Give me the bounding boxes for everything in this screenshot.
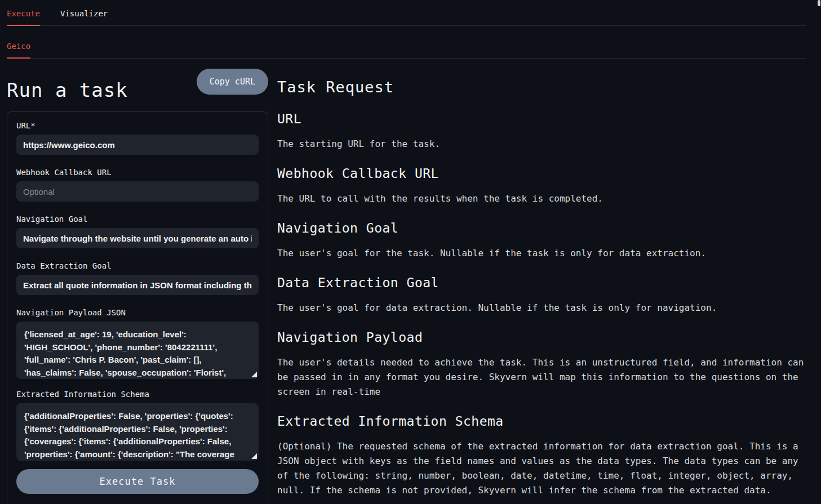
main-content: Run a task Copy cURL URL* Webhook Callba… (0, 59, 821, 504)
doc-heading: Navigation Payload (277, 329, 806, 346)
extracted-schema-wrap: {'additionalProperties': False, 'propert… (16, 403, 259, 461)
sub-tabbar: Geico (7, 26, 806, 59)
copy-curl-button[interactable]: Copy cURL (197, 69, 268, 95)
run-task-panel: Run a task Copy cURL URL* Webhook Callba… (7, 59, 268, 504)
doc-body: The user's details needed to achieve the… (277, 355, 806, 399)
doc-body: The starting URL for the task. (277, 137, 806, 151)
url-input[interactable] (16, 135, 259, 155)
doc-heading: Webhook Callback URL (277, 165, 806, 182)
resize-grip-icon[interactable] (251, 372, 257, 377)
doc-body: The URL to call with the results when th… (277, 191, 806, 206)
doc-heading: Data Extraction Goal (277, 274, 806, 291)
doc-section-navigation-payload: Navigation Payload The user's details ne… (277, 329, 806, 399)
navigation-payload-textarea[interactable]: {'licensed_at_age': 19, 'education_level… (16, 322, 259, 379)
navigation-goal-input[interactable] (16, 228, 259, 248)
doc-heading: Extracted Information Schema (277, 413, 806, 430)
navigation-payload-wrap: {'licensed_at_age': 19, 'education_level… (16, 322, 259, 379)
task-request-title: Task Request (277, 78, 806, 97)
run-task-header: Run a task Copy cURL (7, 59, 268, 102)
extracted-schema-field-group: Extracted Information Schema {'additiona… (16, 390, 259, 461)
tab-execute[interactable]: Execute (7, 9, 40, 25)
navigation-payload-field-group: Navigation Payload JSON {'licensed_at_ag… (16, 308, 259, 379)
doc-heading: Navigation Goal (277, 220, 806, 237)
doc-section-webhook: Webhook Callback URL The URL to call wit… (277, 165, 806, 206)
doc-body: (Optional) The requested schema of the e… (277, 439, 806, 498)
webhook-field-group: Webhook Callback URL (16, 168, 259, 202)
execute-task-button[interactable]: Execute Task (16, 469, 259, 494)
doc-body: The user's goal for data extraction. Nul… (277, 301, 806, 315)
data-extraction-goal-field-group: Data Extraction Goal (16, 261, 259, 295)
tab-visualizer[interactable]: Visualizer (60, 9, 108, 25)
url-field-label: URL* (16, 121, 259, 130)
doc-body: The user's goal for the task. Nullable i… (277, 246, 806, 261)
webhook-input[interactable] (16, 181, 259, 202)
webhook-field-label: Webhook Callback URL (16, 168, 259, 177)
extracted-schema-textarea[interactable]: {'additionalProperties': False, 'propert… (16, 403, 259, 461)
doc-section-navigation-goal: Navigation Goal The user's goal for the … (277, 220, 806, 261)
data-extraction-goal-input[interactable] (16, 275, 259, 295)
doc-heading: URL (277, 110, 806, 127)
page-title: Run a task (7, 78, 128, 102)
doc-section-data-extraction-goal: Data Extraction Goal The user's goal for… (277, 274, 806, 315)
resize-grip-icon[interactable] (251, 453, 257, 459)
main-tabbar: Execute Visualizer (7, 0, 806, 26)
scrollbar-thumb[interactable] (818, 0, 820, 6)
navigation-goal-label: Navigation Goal (16, 215, 259, 224)
doc-section-url: URL The starting URL for the task. (277, 110, 806, 151)
url-field-group: URL* (16, 121, 259, 155)
task-request-docs: Task Request URL The starting URL for th… (277, 59, 806, 498)
data-extraction-goal-label: Data Extraction Goal (16, 261, 259, 270)
navigation-payload-label: Navigation Payload JSON (16, 308, 259, 317)
task-form-card: URL* Webhook Callback URL Navigation Goa… (7, 111, 268, 504)
navigation-goal-field-group: Navigation Goal (16, 215, 259, 248)
extracted-schema-label: Extracted Information Schema (16, 390, 259, 399)
tab-geico[interactable]: Geico (7, 42, 30, 58)
doc-section-extracted-schema: Extracted Information Schema (Optional) … (277, 413, 806, 498)
